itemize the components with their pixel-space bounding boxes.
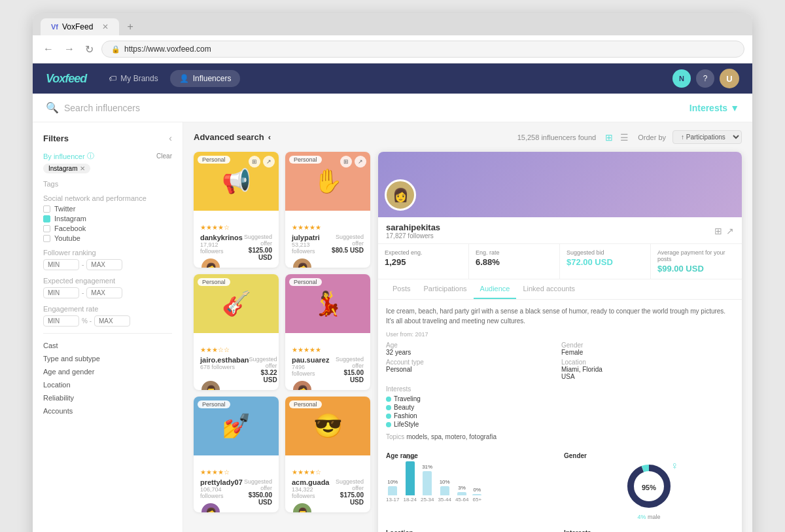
tab-posts[interactable]: Posts xyxy=(386,279,417,299)
tags-filter: Tags xyxy=(43,180,172,188)
interest-label: Beauty xyxy=(394,404,414,411)
facebook-checkbox[interactable] xyxy=(43,225,50,232)
cast-filter[interactable]: Cast xyxy=(43,339,172,352)
instagram-filter-tag[interactable]: Instagram ✕ xyxy=(43,164,90,173)
instagram-checkbox[interactable] xyxy=(43,215,50,222)
reliability-filter[interactable]: Reliability xyxy=(43,391,172,404)
social-network-filter: Social network and performance Twitter I… xyxy=(43,194,172,242)
follower-ranking-filter: Follower ranking - xyxy=(43,249,172,270)
age-range-label: 25-34 xyxy=(421,497,434,503)
engagement-label: Expected engagement xyxy=(43,277,172,285)
help-icon[interactable]: ? xyxy=(696,69,714,88)
advanced-search-toggle[interactable]: Advanced search ‹ xyxy=(194,132,271,142)
detail-influencer-name: sarahipekitas xyxy=(386,222,440,232)
avatar-image: 👩 xyxy=(201,503,220,512)
influencer-grid: 📢 Personal ⊞ ↗ 👩 ★★★★☆ xyxy=(194,152,370,512)
order-by-select[interactable]: ↑ Participations xyxy=(672,130,742,144)
twitter-checkbox-item[interactable]: Twitter xyxy=(43,205,172,213)
interest-label: Traveling xyxy=(394,395,421,402)
youtube-checkbox-item[interactable]: Youtube xyxy=(43,234,172,242)
refresh-button[interactable]: ↻ xyxy=(82,42,96,57)
detail-copy-icon[interactable]: ⊞ xyxy=(714,226,722,236)
accounts-filter[interactable]: Accounts xyxy=(43,404,172,417)
engagement-rate-range: % - xyxy=(43,315,172,327)
twitter-checkbox[interactable] xyxy=(43,205,50,213)
tab-linked-accounts[interactable]: Linked accounts xyxy=(516,279,582,299)
my-brands-nav[interactable]: 🏷 My Brands xyxy=(99,70,167,87)
card-link-icon[interactable]: ↗ xyxy=(355,156,366,168)
card-name: prettylady07 xyxy=(200,478,243,486)
youtube-checkbox[interactable] xyxy=(43,235,50,242)
detail-action-icons: ⊞ ↗ xyxy=(714,226,734,236)
sidebar: Filters ‹ By influencer ⓘ Clear Instagra… xyxy=(33,122,183,532)
browser-window: Vf VoxFeed ✕ + ← → ↻ 🔒 https://www.voxfe… xyxy=(33,13,752,532)
tab-close-button[interactable]: ✕ xyxy=(102,22,109,31)
influencer-card[interactable]: 😎 Personal 👨 ★★★★☆ acm.guada xyxy=(285,397,370,512)
location-profile-item: Location Miami, Florida USA xyxy=(561,359,734,380)
detail-followers-count: 17,827 followers xyxy=(386,232,440,239)
results-count-label: influencers found xyxy=(541,133,596,141)
list-view-button[interactable]: ☰ xyxy=(618,131,631,144)
instagram-tag-remove[interactable]: ✕ xyxy=(80,165,85,172)
notification-icon[interactable]: N xyxy=(672,69,691,88)
card-copy-icon[interactable]: ⊞ xyxy=(340,156,352,168)
profile-grid: Age 32 years Gender Female Account type … xyxy=(386,342,734,380)
search-placeholder[interactable]: Search influencers xyxy=(64,103,140,113)
card-badge: Personal xyxy=(289,156,322,164)
card-offer-price: $3.22 USD xyxy=(249,369,277,383)
detail-name-info: sarahipekitas 17,827 followers xyxy=(386,222,440,239)
influencers-nav[interactable]: 👤 Influencers xyxy=(170,70,241,87)
advanced-search-label: Advanced search xyxy=(194,132,264,142)
age-bar-25-34: 31% 25-34 xyxy=(421,464,434,503)
location-map-section: Location xyxy=(386,529,556,532)
detail-link-icon[interactable]: ↗ xyxy=(726,226,734,236)
gender-legend: 4% male xyxy=(637,514,660,520)
clear-filter-button[interactable]: Clear xyxy=(156,152,172,160)
location-filter[interactable]: Location xyxy=(43,378,172,391)
detail-panel: 👩 sarahipekitas 17,827 followers ⊞ xyxy=(378,152,742,532)
grid-view-button[interactable]: ⊞ xyxy=(602,131,616,144)
sidebar-collapse-button[interactable]: ‹ xyxy=(169,133,172,143)
engagement-range: - xyxy=(43,287,172,298)
card-stars: ★★★★☆ xyxy=(200,469,272,476)
age-profile-item: Age 32 years xyxy=(386,342,559,356)
card-offer-label: Suggested offer xyxy=(243,478,272,491)
url-bar[interactable]: 🔒 https://www.voxfeed.com xyxy=(101,41,744,58)
tab-audience[interactable]: Audience xyxy=(474,279,517,299)
new-tab-button[interactable]: + xyxy=(122,21,138,33)
user-from: User from: 2017 xyxy=(386,331,734,338)
active-tab[interactable]: Vf VoxFeed ✕ xyxy=(41,18,119,35)
engagement-min-input[interactable] xyxy=(43,287,79,298)
facebook-checkbox-item[interactable]: Facebook xyxy=(43,224,172,232)
tags-label: Tags xyxy=(43,180,172,188)
back-button[interactable]: ← xyxy=(41,42,56,56)
engagement-max-input[interactable] xyxy=(86,287,122,298)
my-brands-label: My Brands xyxy=(120,74,158,83)
forward-button[interactable]: → xyxy=(61,42,77,56)
card-copy-icon[interactable]: ⊞ xyxy=(249,156,260,168)
follower-max-input[interactable] xyxy=(86,259,122,270)
engagement-rate-min[interactable] xyxy=(43,315,79,327)
instagram-checkbox-item[interactable]: Instagram xyxy=(43,215,172,222)
age-bar-highlight xyxy=(406,461,415,495)
influencer-card[interactable]: ✋ Personal ⊞ ↗ 👩 ★★★★★ xyxy=(285,152,370,268)
interest-label: LifeStyle xyxy=(394,421,419,428)
user-avatar[interactable]: U xyxy=(720,69,739,88)
influencer-card[interactable]: 🎸 Personal 👨 ★★★☆☆ jairo.esthaban xyxy=(194,274,279,390)
influencer-card[interactable]: 💃 Personal 👩 ★★★★★ pau.suarez xyxy=(285,274,370,390)
card-offer-price: $80.5 USD xyxy=(328,247,364,254)
tab-participations[interactable]: Participations xyxy=(417,279,474,299)
type-subtype-filter[interactable]: Type and subtype xyxy=(43,352,172,365)
header-actions: N ? U xyxy=(672,69,739,88)
gender-profile-item: Gender Female xyxy=(561,342,734,356)
influencer-card[interactable]: 💅 Personal 👩 ★★★★☆ prettylady07 xyxy=(194,397,279,512)
influencer-card[interactable]: 📢 Personal ⊞ ↗ 👩 ★★★★☆ xyxy=(194,152,279,268)
location-country-value: USA xyxy=(561,373,575,380)
interests-button[interactable]: Interests ▼ xyxy=(689,103,739,113)
filter-divider xyxy=(43,333,172,334)
follower-min-input[interactable] xyxy=(43,259,79,270)
age-gender-filter[interactable]: Age and gender xyxy=(43,365,172,378)
engagement-rate-max[interactable] xyxy=(94,315,130,327)
audience-charts-section: Age range 10% 13-17 43% xyxy=(378,447,742,525)
card-link-icon[interactable]: ↗ xyxy=(263,156,275,168)
